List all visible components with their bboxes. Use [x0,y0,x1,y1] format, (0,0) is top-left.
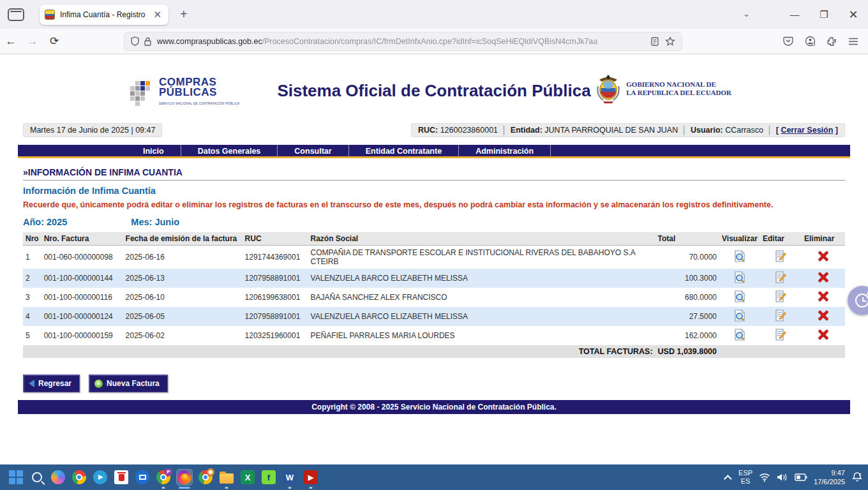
eliminar-cell[interactable] [802,246,845,269]
editar-cell[interactable] [760,246,802,269]
eliminar-icon[interactable] [818,329,828,340]
taskbar-clock[interactable]: 9:47 17/6/2025 [814,468,845,486]
taskbar-excel-button[interactable]: X [239,469,256,486]
taskbar-facturacion-button[interactable]: f [260,469,277,486]
wifi-icon[interactable] [759,473,770,482]
invoice-row: 1001-060-0000000982025-06-16129174436900… [23,246,845,269]
account-icon[interactable] [799,36,821,47]
editar-cell[interactable] [760,326,802,345]
regresar-button[interactable]: Regresar [23,375,80,392]
taskbar-remote-desktop-button[interactable] [134,469,151,486]
eliminar-icon[interactable] [818,291,828,302]
editar-icon[interactable] [775,271,786,283]
col-visualizar: Visualizar [719,232,760,246]
eliminar-icon[interactable] [818,251,828,262]
cell-total: 162.0000 [655,326,719,345]
ruc-label: RUC: [418,126,438,135]
taskbar-firefox-button[interactable] [176,469,193,486]
nav-item-consultar[interactable]: Consultar [277,145,348,156]
nav-item-entidad-contratante[interactable]: Entidad Contratante [348,145,458,156]
visualizar-cell[interactable] [719,307,760,326]
start-button[interactable] [8,469,24,486]
session-bar: Martes 17 de Junio de 2025 | 09:47 RUC: … [23,123,845,137]
taskbar-telegram-button[interactable] [92,469,108,486]
window-minimize-button[interactable]: — [780,9,809,20]
nav-item-inicio[interactable]: Inicio [126,145,181,156]
col-eliminar: Eliminar [802,232,845,246]
tab-list-chevron-icon[interactable]: ⌄ [743,9,750,19]
gov-line1: GOBIERNO NACIONAL DE [626,80,731,89]
visualizar-icon[interactable] [734,271,745,283]
visualizar-cell[interactable] [719,269,760,288]
pocket-icon[interactable] [777,36,799,46]
copilot-icon [51,470,65,484]
taskbar-chrome-profile-2-button[interactable]: ◉ [197,469,214,486]
eliminar-cell[interactable] [802,307,845,326]
visualizar-cell[interactable] [719,288,760,307]
editar-cell[interactable] [760,269,802,288]
eliminar-icon[interactable] [818,272,828,283]
menu-hamburger-icon[interactable] [842,37,864,46]
taskbar-file-explorer-button[interactable] [218,469,235,486]
col-ruc: RUC [243,232,308,246]
site-footer: Copyright © 2008 - 2025 Servicio Naciona… [18,400,850,414]
window-restore-button[interactable]: ❐ [809,9,839,20]
shield-permissions-icon[interactable] [131,36,139,46]
visualizar-icon[interactable] [734,250,745,262]
eliminar-cell[interactable] [802,288,845,307]
taskbar-word-button[interactable]: W [281,469,298,486]
forward-button[interactable]: → [22,35,43,48]
editar-icon[interactable] [775,329,786,341]
url-text: www.compraspublicas.gob.ec/ProcesoContra… [157,37,651,46]
firefox-view-icon[interactable] [8,8,24,21]
editar-icon[interactable] [775,250,786,262]
editar-cell[interactable] [760,307,802,326]
invoice-table-body: 1001-060-0000000982025-06-16129174436900… [23,246,845,346]
bookmark-star-icon[interactable] [665,36,675,46]
eliminar-icon[interactable] [818,310,828,321]
speaker-icon[interactable] [777,473,788,482]
nav-item-administracion[interactable]: Administración [458,145,551,156]
reload-button[interactable]: ⟳ [43,34,65,48]
browser-tab[interactable]: Infima Cuantía - Registro ✕ [40,4,168,25]
eliminar-cell[interactable] [802,326,845,345]
taskbar-recycle-app-button[interactable] [113,469,130,486]
editar-icon[interactable] [775,309,786,322]
logout-link[interactable]: [ Cerrar Sesión ] [776,126,838,135]
visualizar-cell[interactable] [719,246,760,269]
visualizar-icon[interactable] [734,329,745,341]
tray-chevron-up-icon[interactable] [724,475,732,483]
visualizar-icon[interactable] [734,309,745,322]
taskbar-acrobat-button[interactable]: ▶ [303,469,319,486]
notification-bell-icon[interactable]: z [851,471,863,483]
reader-mode-icon[interactable] [651,37,659,46]
editar-icon[interactable] [775,290,786,302]
taskbar-copilot-button[interactable] [50,469,66,486]
eliminar-cell[interactable] [802,269,845,288]
lock-icon[interactable] [144,37,151,46]
back-button[interactable]: ← [0,35,22,48]
battery-icon[interactable] [795,473,807,481]
taskbar-search-button[interactable] [29,469,45,486]
taskbar-chrome-profile-p-button[interactable]: P [155,469,172,486]
cell-ruc: 1207958891001 [243,269,308,288]
cell-fecha: 2025-06-02 [123,326,243,345]
invoice-table: Nro Nro. Factura Fecha de emisión de la … [23,232,845,358]
windows-logo-icon [9,470,23,484]
new-tab-button[interactable]: + [180,7,188,22]
extensions-puzzle-icon[interactable] [821,36,842,47]
nav-item-datos-generales[interactable]: Datos Generales [181,145,278,156]
visualizar-cell[interactable] [719,326,760,345]
cell-ruc: 1206199638001 [243,288,308,307]
user-label: Usuario: [691,126,723,135]
cell-nro: 3 [23,288,41,307]
tab-close-icon[interactable]: ✕ [151,9,163,20]
logo-line2: PÚBLICAS [159,87,240,98]
language-indicator[interactable]: ESP ES [738,469,752,486]
url-bar[interactable]: www.compraspublicas.gob.ec/ProcesoContra… [124,32,682,51]
nueva-factura-button[interactable]: + Nueva Factura [89,375,168,392]
visualizar-icon[interactable] [734,290,745,302]
window-close-button[interactable]: ✕ [839,8,868,22]
editar-cell[interactable] [760,288,802,307]
taskbar-chrome-button[interactable] [71,469,87,486]
